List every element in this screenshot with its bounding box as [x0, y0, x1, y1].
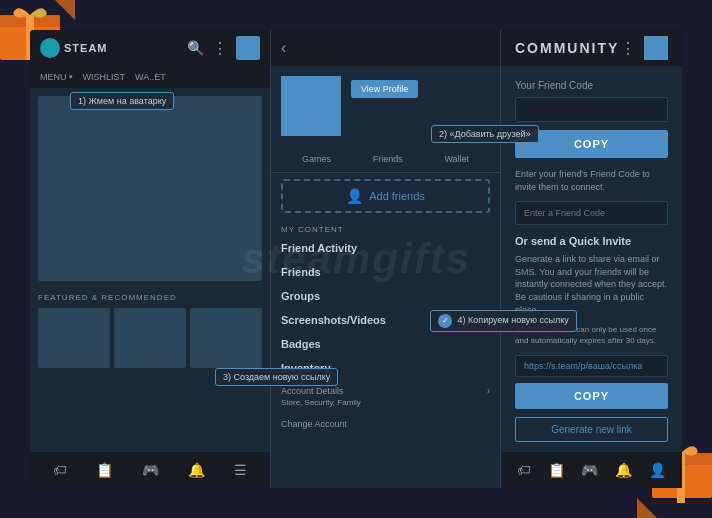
community-title: COMMUNITY	[515, 40, 619, 56]
add-friends-icon: 👤	[346, 188, 363, 204]
my-content-label: MY CONTENT	[271, 219, 500, 236]
bottom-nav-library-icon[interactable]: 📋	[96, 462, 113, 478]
comm-bottom-profile-icon[interactable]: 👤	[649, 462, 666, 478]
menu-item-badges[interactable]: Badges	[271, 332, 500, 356]
back-button[interactable]: ‹	[281, 39, 286, 57]
steam-panel: STEAM 🔍 ⋮ MENU ▾ WISHLIST WA..ET 1) Жмем…	[30, 30, 270, 488]
add-friends-label: Add friends	[369, 190, 425, 202]
steam-logo-icon	[40, 38, 60, 58]
featured-grid	[30, 308, 270, 368]
menu-item-friend-activity[interactable]: Friend Activity	[271, 236, 500, 260]
tab-wallet[interactable]: Wallet	[440, 152, 473, 166]
svg-marker-7	[637, 498, 657, 518]
tab-friends[interactable]: Friends	[369, 152, 407, 166]
community-header: COMMUNITY ⋮	[501, 30, 682, 66]
bottom-nav-menu-icon[interactable]: ☰	[234, 462, 247, 478]
generate-link-button[interactable]: Generate new link	[515, 417, 668, 442]
profile-tabs: Games Friends Wallet	[271, 146, 500, 173]
profile-avatar	[281, 76, 341, 136]
community-panel: COMMUNITY ⋮ Your Friend Code COPY Enter …	[500, 30, 682, 488]
search-icon[interactable]: 🔍	[187, 40, 204, 56]
profile-header: ‹	[271, 30, 500, 66]
featured-item-3	[190, 308, 262, 368]
community-dots-icon[interactable]: ⋮	[620, 39, 636, 58]
bottom-nav-controller-icon[interactable]: 🎮	[142, 462, 159, 478]
steam-logo-text: STEAM	[64, 42, 108, 54]
featured-item-2	[114, 308, 186, 368]
steam-logo: STEAM	[40, 38, 108, 58]
nav-wishlist[interactable]: WISHLIST	[79, 68, 130, 86]
comm-bottom-store-icon[interactable]: 🏷	[517, 462, 531, 478]
annotation-3: 3) Создаем новую ссылку	[215, 368, 338, 386]
nav-menu[interactable]: MENU ▾	[36, 68, 77, 86]
avatar[interactable]	[236, 36, 260, 60]
community-content: Your Friend Code COPY Enter your friend'…	[501, 66, 682, 452]
quick-invite-title: Or send a Quick Invite	[515, 235, 668, 247]
friend-code-label: Your Friend Code	[515, 80, 668, 91]
community-header-right: ⋮	[620, 36, 668, 60]
steam-header: STEAM 🔍 ⋮	[30, 30, 270, 66]
annotation-4: ✓ 4) Копируем новую ссылку	[430, 310, 577, 332]
invite-description: Enter your friend's Friend Code to invit…	[515, 168, 668, 193]
comm-bottom-bell-icon[interactable]: 🔔	[615, 462, 632, 478]
view-profile-button[interactable]: View Profile	[351, 80, 418, 98]
add-friends-button[interactable]: 👤 Add friends	[281, 179, 490, 213]
copy-link-button[interactable]: COPY	[515, 383, 668, 409]
community-bottom-nav: 🏷 📋 🎮 🔔 👤	[501, 452, 682, 488]
menu-item-groups[interactable]: Groups	[271, 284, 500, 308]
comm-bottom-controller-icon[interactable]: 🎮	[581, 462, 598, 478]
friend-code-input[interactable]	[515, 97, 668, 122]
featured-item-1	[38, 308, 110, 368]
featured-label: FEATURED & RECOMMENDED	[30, 289, 270, 306]
bottom-nav-bell-icon[interactable]: 🔔	[188, 462, 205, 478]
profile-panel: ‹ View Profile 2) «Добавить друзей» Game…	[270, 30, 500, 488]
bottom-nav-store-icon[interactable]: 🏷	[53, 462, 67, 478]
annotation-1: 1) Жмем на аватарку	[70, 92, 174, 110]
quick-invite-text: Generate a link to share via email or SM…	[515, 253, 668, 316]
steam-nav: MENU ▾ WISHLIST WA..ET	[30, 66, 270, 88]
invite-link-display: https://s.team/p/ваша/ссылка	[515, 355, 668, 377]
account-sub-label: Store, Security, Family	[271, 398, 500, 413]
steam-main-content	[38, 96, 262, 281]
menu-icon[interactable]: ⋮	[212, 39, 228, 58]
main-wrapper: STEAM 🔍 ⋮ MENU ▾ WISHLIST WA..ET 1) Жмем…	[30, 30, 682, 488]
friend-code-entry-input[interactable]	[515, 201, 668, 225]
tab-games[interactable]: Games	[298, 152, 335, 166]
steam-bottom-nav: 🏷 📋 🎮 🔔 ☰	[30, 452, 270, 488]
checkmark-icon: ✓	[438, 314, 452, 328]
account-details-label: Account Details	[281, 386, 344, 396]
menu-item-friends[interactable]: Friends	[271, 260, 500, 284]
nav-wallet[interactable]: WA..ET	[131, 68, 170, 86]
comm-bottom-library-icon[interactable]: 📋	[548, 462, 565, 478]
annotation-2: 2) «Добавить друзей»	[431, 125, 539, 143]
account-arrow-icon: ›	[487, 386, 490, 396]
change-account-item[interactable]: Change Account	[271, 413, 500, 435]
community-avatar[interactable]	[644, 36, 668, 60]
